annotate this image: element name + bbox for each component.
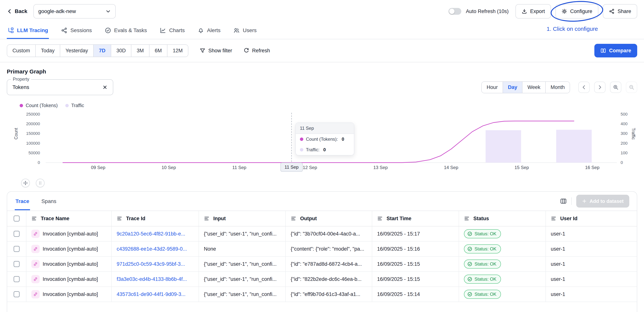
- trace-id-link[interactable]: 9c20a120-5ec6-4f82-91bb-e...: [117, 231, 185, 237]
- header-cell[interactable]: Input: [198, 211, 286, 226]
- range-12m[interactable]: 12M: [167, 45, 188, 57]
- chart-tooltip: 11 Sep Count (Tokens): 0 Traffic: 0: [296, 123, 354, 155]
- header-cell[interactable]: Start Time: [372, 211, 459, 226]
- table-row[interactable]: Invocation [cymbal-auto]43573c61-de90-44…: [7, 287, 637, 302]
- export-label: Export: [530, 9, 545, 14]
- tab-spans[interactable]: Spans: [40, 192, 57, 210]
- granularity-week[interactable]: Week: [522, 82, 545, 93]
- header-cell[interactable]: Trace Id: [111, 211, 198, 226]
- axis-tick: 13 Sep: [364, 165, 398, 170]
- check-circle-icon: [467, 246, 472, 251]
- chart-move-button[interactable]: [21, 179, 30, 187]
- legend-count[interactable]: Count (Tokens): [20, 103, 58, 108]
- tab-evals-tasks[interactable]: Evals & Tasks: [104, 23, 148, 39]
- funnel-icon: [200, 48, 205, 54]
- range-30d[interactable]: 30D: [111, 45, 131, 57]
- header-cell[interactable]: User Id: [546, 211, 637, 226]
- chart-legend: Count (Tokens) Traffic: [20, 103, 637, 108]
- axis-tick: 100: [620, 151, 628, 155]
- property-select[interactable]: Property Tokens: [7, 79, 113, 95]
- range-6m[interactable]: 6M: [149, 45, 167, 57]
- project-selector[interactable]: google-adk-new: [34, 4, 116, 19]
- trace-id-link[interactable]: c4392688-ee1e-43d2-9589-0...: [117, 246, 187, 252]
- refresh-button[interactable]: Refresh: [244, 48, 270, 54]
- axis-tick: 150000: [23, 131, 40, 136]
- auto-refresh-toggle[interactable]: [448, 8, 461, 15]
- back-button[interactable]: Back: [7, 8, 27, 14]
- columns-button[interactable]: [560, 198, 567, 204]
- zoom-out-button[interactable]: [626, 82, 637, 93]
- axis-tick: 100000: [23, 141, 40, 146]
- range-3m[interactable]: 3M: [131, 45, 149, 57]
- trace-id-link[interactable]: 971d25c0-0c59-43c9-95bf-3...: [117, 261, 185, 267]
- range-today[interactable]: Today: [35, 45, 60, 57]
- tooltip-title: 11 Sep: [296, 123, 354, 134]
- topbar: Back google-adk-new Auto Refresh (10s) E…: [0, 0, 644, 23]
- trace-id-link[interactable]: 43573c61-de90-44f1-9d09-3...: [117, 291, 186, 297]
- table-row[interactable]: Invocation [cymbal-auto]9c20a120-5ec6-4f…: [7, 226, 637, 241]
- status-badge: Status: OK: [464, 259, 501, 268]
- header-cell[interactable]: Trace Name: [26, 211, 111, 226]
- trace-output: {"id": "822b2ede-dc6c-46ea-b...: [291, 276, 362, 282]
- trace-name: Invocation [cymbal-auto]: [43, 246, 98, 252]
- status-label: Status: OK: [474, 246, 496, 251]
- range-custom[interactable]: Custom: [7, 45, 35, 57]
- tab-users[interactable]: Users: [232, 23, 257, 39]
- trace-name: Invocation [cymbal-auto]: [43, 276, 98, 282]
- status-badge: Status: OK: [464, 244, 501, 253]
- table-row[interactable]: Invocation [cymbal-auto]c4392688-ee1e-43…: [7, 241, 637, 257]
- select-all-checkbox[interactable]: [14, 215, 20, 221]
- configure-label: Configure: [570, 9, 592, 14]
- graph-controls: Property Tokens HourDayWeekMonth: [7, 79, 637, 95]
- traffic-legend-dot: [65, 104, 69, 107]
- header-cell-checkbox: [7, 211, 26, 226]
- column-label: Output: [300, 216, 317, 221]
- granularity-day[interactable]: Day: [503, 82, 522, 93]
- range-7d[interactable]: 7D: [93, 45, 111, 57]
- granularity-group: HourDayWeekMonth: [481, 81, 570, 93]
- tab-alerts[interactable]: Alerts: [197, 23, 222, 39]
- chart-area[interactable]: Count Traffic 11 Sep 11 Sep Count (Token…: [7, 110, 637, 178]
- trace-name: Invocation [cymbal-auto]: [43, 231, 98, 237]
- pan-left-button[interactable]: [578, 82, 590, 93]
- compare-button[interactable]: Compare: [594, 44, 637, 57]
- configure-button[interactable]: Configure: [556, 4, 598, 19]
- table-row[interactable]: Invocation [cymbal-auto]f3a3e03c-ed4b-41…: [7, 272, 637, 287]
- tab-llm-tracing[interactable]: LLM Tracing: [7, 23, 49, 39]
- axis-tick: 15 Sep: [505, 165, 539, 170]
- tab-sessions[interactable]: Sessions: [60, 23, 93, 39]
- clear-property-button[interactable]: [102, 85, 108, 90]
- zoom-in-button[interactable]: [610, 82, 621, 93]
- table-row[interactable]: Invocation [cymbal-auto]971d25c0-0c59-43…: [7, 257, 637, 272]
- legend-traffic[interactable]: Traffic: [65, 103, 84, 108]
- range-yesterday[interactable]: Yesterday: [60, 45, 93, 57]
- export-button[interactable]: Export: [516, 4, 551, 19]
- show-filter-button[interactable]: Show filter: [200, 48, 232, 54]
- llm-tracing-icon: [8, 27, 14, 34]
- tab-trace[interactable]: Trace: [15, 192, 30, 210]
- trace-id-link[interactable]: f3a3e03c-ed4b-4133-8b6b-4f...: [117, 276, 187, 282]
- header-cell[interactable]: Output: [286, 211, 372, 226]
- row-checkbox[interactable]: [14, 291, 20, 297]
- add-to-dataset-button[interactable]: Add to dataset: [576, 195, 629, 208]
- trace-output: {"id": "e787ad8d-6872-4cb4-a...: [291, 261, 362, 267]
- row-checkbox[interactable]: [14, 276, 20, 282]
- row-checkbox[interactable]: [14, 246, 20, 252]
- pan-right-button[interactable]: [594, 82, 606, 93]
- check-circle-icon: [105, 27, 111, 34]
- share-button[interactable]: Share: [603, 4, 637, 19]
- invocation-link-icon: [31, 245, 40, 253]
- status-label: Status: OK: [474, 261, 496, 267]
- granularity-month[interactable]: Month: [545, 82, 570, 93]
- chart-grid-handle-button[interactable]: [36, 179, 44, 187]
- row-checkbox[interactable]: [14, 231, 20, 237]
- property-value: Tokens: [12, 84, 29, 90]
- granularity-hour[interactable]: Hour: [482, 82, 503, 93]
- close-icon: [102, 85, 108, 90]
- traces-panel: Trace Spans Add to dataset Trace NameTra…: [7, 191, 637, 312]
- row-checkbox[interactable]: [14, 261, 20, 267]
- header-cell[interactable]: Status: [459, 211, 546, 226]
- axis-tick: 0: [23, 160, 40, 165]
- tab-charts[interactable]: Charts: [159, 23, 185, 39]
- axis-tick: 16 Sep: [575, 165, 609, 170]
